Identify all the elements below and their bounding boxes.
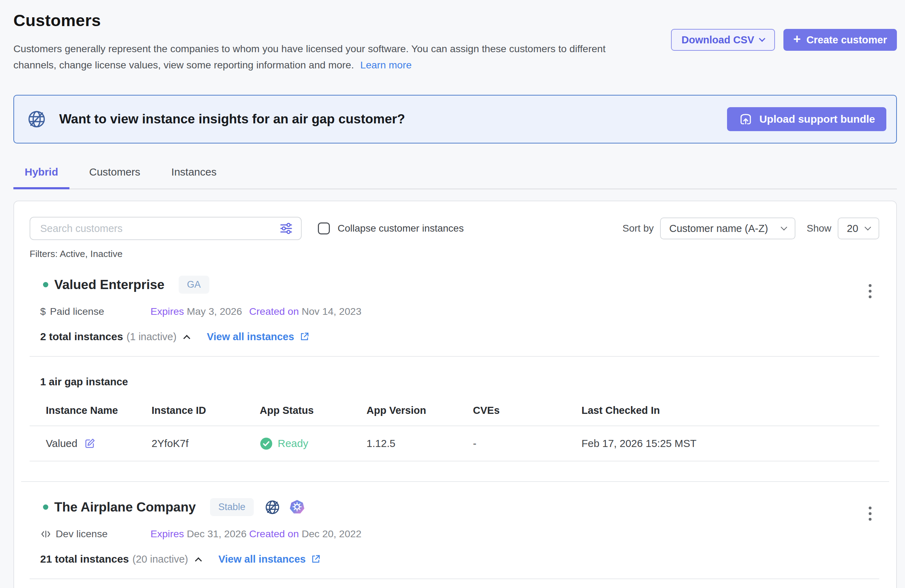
customer-meta: $ Paid license Expires May 3, 2026 Creat… — [14, 306, 896, 317]
page-title: Customers — [13, 11, 605, 30]
col-cves: CVEs — [473, 405, 581, 416]
tab-customers[interactable]: Customers — [78, 166, 152, 189]
expires-field: Expires Dec 31, 2026 — [151, 528, 249, 540]
customer-menu-button[interactable] — [867, 282, 874, 300]
create-customer-button[interactable]: + Create customer — [783, 29, 897, 51]
instance-name-cell: Valued — [46, 437, 152, 450]
download-csv-label: Download CSV — [681, 34, 754, 46]
active-filters-text: Filters: Active, Inactive — [14, 240, 896, 259]
upload-support-bundle-button[interactable]: Upload support bundle — [727, 107, 886, 131]
cves-cell: - — [473, 437, 581, 450]
download-csv-button[interactable]: Download CSV — [671, 29, 775, 51]
collapse-checkbox[interactable] — [318, 222, 330, 234]
collapse-chevron-up-icon[interactable] — [183, 335, 190, 342]
table-header-row: Instance Name Instance ID App Status App… — [30, 402, 879, 426]
page-header-left: Customers Customers generally represent … — [13, 11, 605, 73]
chevron-down-icon — [864, 224, 871, 230]
customer-header: The Airplane Company Stable — [14, 498, 896, 516]
kubernetes-icon — [289, 499, 305, 515]
chevron-down-icon — [759, 35, 765, 41]
sort-select-value: Customer name (A-Z) — [669, 223, 768, 234]
filter-sliders-icon[interactable] — [279, 221, 293, 235]
customer-section-airplane-company: The Airplane Company Stable — [14, 482, 896, 588]
show-select-value: 20 — [847, 223, 858, 234]
chevron-down-icon — [781, 224, 787, 230]
create-customer-label: Create customer — [806, 34, 887, 46]
upload-icon — [738, 112, 753, 127]
banner-title: Want to view instance insights for an ai… — [59, 112, 727, 127]
col-instance-id: Instance ID — [152, 405, 260, 416]
license-type: $ Paid license — [40, 306, 151, 317]
view-all-instances-link[interactable]: View all instances — [207, 331, 310, 343]
col-last-checked-in: Last Checked In — [581, 405, 879, 416]
search-input[interactable] — [40, 222, 279, 235]
header-actions: Download CSV + Create customer — [671, 29, 897, 51]
active-status-dot — [43, 504, 48, 510]
channel-badge: Stable — [210, 498, 254, 516]
show-label: Show — [807, 223, 831, 234]
tab-instances[interactable]: Instances — [160, 166, 228, 189]
collapse-chevron-up-icon[interactable] — [195, 557, 202, 564]
edit-icon[interactable] — [84, 437, 96, 450]
instances-table: Instance Name Instance ID App Status App… — [14, 402, 896, 461]
install-type-icons — [264, 499, 305, 515]
total-instances: 2 total instances — [40, 331, 123, 343]
toolbar: Collapse customer instances Sort by Cust… — [14, 217, 896, 240]
col-app-version: App Version — [367, 405, 473, 416]
dollar-icon: $ — [40, 306, 46, 317]
inactive-note: (20 inactive) — [132, 553, 188, 565]
instances-summary: 2 total instances (1 inactive) View all … — [14, 331, 896, 343]
divider — [30, 356, 879, 357]
airgap-insights-banner: Want to view instance insights for an ai… — [13, 95, 897, 143]
expires-field: Expires May 3, 2026 — [151, 306, 249, 317]
view-all-instances-link[interactable]: View all instances — [219, 553, 321, 565]
col-app-status: App Status — [260, 405, 367, 416]
instance-id-cell: 2YfoK7f — [152, 437, 260, 450]
sort-select[interactable]: Customer name (A-Z) — [660, 218, 795, 239]
license-type-label: Dev license — [56, 528, 108, 540]
customer-name[interactable]: Valued Enterprise — [54, 277, 165, 292]
customers-page: Customers Customers generally represent … — [0, 0, 905, 588]
ready-check-icon — [260, 437, 273, 450]
license-type-label: Paid license — [50, 306, 104, 317]
customer-header: Valued Enterprise GA — [14, 276, 896, 294]
page-description: Customers generally represent the compan… — [13, 41, 605, 73]
description-line-1: Customers generally represent the compan… — [13, 41, 605, 57]
tab-hybrid[interactable]: Hybrid — [13, 166, 70, 189]
app-version-cell: 1.12.5 — [367, 437, 473, 450]
tab-bar: Hybrid Customers Instances — [13, 166, 897, 189]
table-row: Valued 2YfoK7f Ready — [30, 426, 879, 461]
channel-badge: GA — [179, 276, 210, 294]
customer-menu-button[interactable] — [867, 504, 874, 523]
toolbar-right: Sort by Customer name (A-Z) Show 20 — [622, 218, 879, 239]
col-instance-name: Instance Name — [46, 405, 152, 416]
airgap-globe-icon — [264, 499, 281, 515]
external-link-icon — [311, 554, 321, 564]
show-select[interactable]: 20 — [838, 218, 879, 239]
customer-section-valued-enterprise: Valued Enterprise GA $ Paid license Expi… — [14, 259, 896, 461]
collapse-instances-toggle[interactable]: Collapse customer instances — [318, 222, 464, 234]
active-status-dot — [43, 282, 48, 287]
external-link-icon — [299, 331, 310, 342]
instances-summary: 21 total instances (20 inactive) View al… — [14, 553, 896, 565]
airgap-globe-icon — [27, 109, 46, 129]
description-line-2: channels, change license values, view so… — [13, 59, 354, 70]
search-box — [30, 217, 302, 240]
dev-license-code-icon — [40, 528, 51, 540]
created-field: Created on Dec 20, 2022 — [249, 528, 361, 540]
page-header: Customers Customers generally represent … — [0, 0, 905, 73]
customer-meta: Dev license Expires Dec 31, 2026 Created… — [14, 528, 896, 540]
collapse-label: Collapse customer instances — [338, 223, 464, 234]
upload-support-bundle-label: Upload support bundle — [759, 113, 875, 125]
last-checked-in-cell: Feb 17, 2026 15:25 MST — [581, 437, 879, 450]
divider — [30, 578, 879, 579]
inactive-note: (1 inactive) — [127, 331, 176, 343]
learn-more-link[interactable]: Learn more — [360, 59, 411, 70]
created-field: Created on Nov 14, 2023 — [249, 306, 361, 317]
customers-card: Collapse customer instances Sort by Cust… — [13, 200, 897, 588]
app-status-cell: Ready — [260, 437, 367, 450]
airgap-instance-heading: 1 air gap instance — [14, 376, 896, 388]
customer-name[interactable]: The Airplane Company — [54, 500, 196, 515]
sort-by-label: Sort by — [622, 223, 654, 234]
license-type: Dev license — [40, 528, 151, 540]
